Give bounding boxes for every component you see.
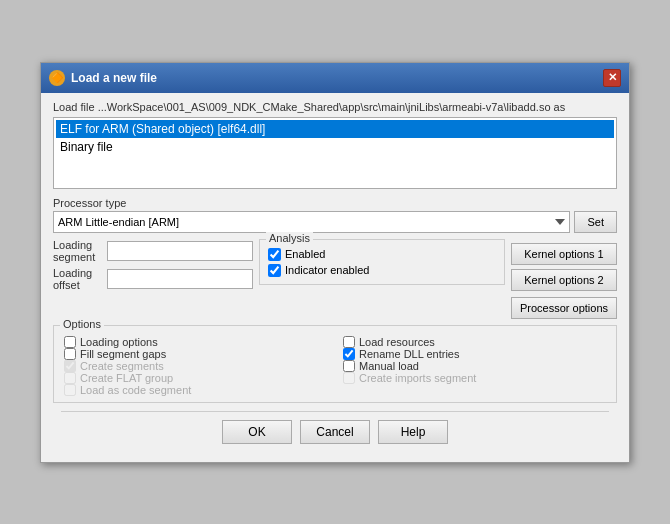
cancel-button[interactable]: Cancel bbox=[300, 420, 370, 444]
analysis-enabled-row: Enabled bbox=[268, 248, 496, 261]
option-rename-dll-checkbox[interactable] bbox=[343, 348, 355, 360]
analysis-enabled-checkbox[interactable] bbox=[268, 248, 281, 261]
analysis-legend: Analysis bbox=[266, 232, 313, 244]
option-load-resources-checkbox[interactable] bbox=[343, 336, 355, 348]
option-loading-options-checkbox[interactable] bbox=[64, 336, 76, 348]
set-button[interactable]: Set bbox=[574, 211, 617, 233]
option-create-segments-label: Create segments bbox=[80, 360, 164, 372]
options-grid: Loading options Fill segment gaps Create… bbox=[64, 336, 606, 396]
loading-section: Loading segment 0x0000000000000000 Loadi… bbox=[53, 239, 253, 295]
loading-segment-input[interactable]: 0x0000000000000000 bbox=[107, 241, 253, 261]
options-legend: Options bbox=[60, 318, 104, 330]
dialog-footer: OK Cancel Help bbox=[61, 411, 609, 454]
option-loading-options: Loading options bbox=[64, 336, 327, 348]
option-manual-load: Manual load bbox=[343, 360, 606, 372]
loading-offset-row: Loading offset 0x0000000000000000 bbox=[53, 267, 253, 291]
option-create-flat-label: Create FLAT group bbox=[80, 372, 173, 384]
options-col2: Load resources Rename DLL entries Manual… bbox=[343, 336, 606, 396]
option-load-resources: Load resources bbox=[343, 336, 606, 348]
option-manual-load-checkbox[interactable] bbox=[343, 360, 355, 372]
option-create-imports-checkbox[interactable] bbox=[343, 372, 355, 384]
option-create-imports-label: Create imports segment bbox=[359, 372, 476, 384]
loading-offset-label: Loading offset bbox=[53, 267, 107, 291]
kernel-buttons: Kernel options 1 Kernel options 2 Proces… bbox=[511, 239, 617, 319]
processor-select[interactable]: ARM Little-endian [ARM] bbox=[53, 211, 570, 233]
close-button[interactable]: ✕ bbox=[603, 69, 621, 87]
option-create-flat-checkbox[interactable] bbox=[64, 372, 76, 384]
option-fill-segment: Fill segment gaps bbox=[64, 348, 327, 360]
option-fill-segment-label: Fill segment gaps bbox=[80, 348, 166, 360]
kernel-options-2-button[interactable]: Kernel options 2 bbox=[511, 269, 617, 291]
title-bar: 🔶 Load a new file ✕ bbox=[41, 63, 629, 93]
ok-button[interactable]: OK bbox=[222, 420, 292, 444]
option-fill-segment-checkbox[interactable] bbox=[64, 348, 76, 360]
file-list-item-elf[interactable]: ELF for ARM (Shared object) [elf64.dll] bbox=[56, 120, 614, 138]
option-create-imports: Create imports segment bbox=[343, 372, 606, 384]
analysis-section: Analysis Enabled Indicator enabled bbox=[259, 239, 505, 285]
option-manual-load-label: Manual load bbox=[359, 360, 419, 372]
load-file-dialog: 🔶 Load a new file ✕ Load file ...WorkSpa… bbox=[40, 62, 630, 463]
dialog-icon: 🔶 bbox=[49, 70, 65, 86]
processor-options-button[interactable]: Processor options bbox=[511, 297, 617, 319]
option-load-resources-label: Load resources bbox=[359, 336, 435, 348]
analysis-enabled-label: Enabled bbox=[285, 248, 325, 260]
file-list[interactable]: ELF for ARM (Shared object) [elf64.dll] … bbox=[53, 117, 617, 189]
kernel-options-1-button[interactable]: Kernel options 1 bbox=[511, 243, 617, 265]
option-create-segments: Create segments bbox=[64, 360, 327, 372]
option-load-as-code-label: Load as code segment bbox=[80, 384, 191, 396]
option-loading-options-label: Loading options bbox=[80, 336, 158, 348]
option-load-as-code: Load as code segment bbox=[64, 384, 327, 396]
file-list-item-binary[interactable]: Binary file bbox=[56, 138, 614, 156]
file-path-label: Load file ...WorkSpace\001_AS\009_NDK_CM… bbox=[53, 101, 617, 113]
option-create-segments-checkbox[interactable] bbox=[64, 360, 76, 372]
options-box: Options Loading options Fill segment gap… bbox=[53, 325, 617, 403]
loading-segment-row: Loading segment 0x0000000000000000 bbox=[53, 239, 253, 263]
title-bar-left: 🔶 Load a new file bbox=[49, 70, 157, 86]
option-rename-dll: Rename DLL entries bbox=[343, 348, 606, 360]
analysis-indicator-label: Indicator enabled bbox=[285, 264, 369, 276]
analysis-kernel-row: Loading segment 0x0000000000000000 Loadi… bbox=[53, 239, 617, 319]
loading-segment-label: Loading segment bbox=[53, 239, 107, 263]
processor-label: Processor type bbox=[53, 197, 617, 209]
options-col1: Loading options Fill segment gaps Create… bbox=[64, 336, 327, 396]
dialog-body: Load file ...WorkSpace\001_AS\009_NDK_CM… bbox=[41, 93, 629, 462]
processor-section: Processor type ARM Little-endian [ARM] S… bbox=[53, 197, 617, 233]
help-button[interactable]: Help bbox=[378, 420, 448, 444]
loading-offset-input[interactable]: 0x0000000000000000 bbox=[107, 269, 253, 289]
option-rename-dll-label: Rename DLL entries bbox=[359, 348, 459, 360]
dialog-title: Load a new file bbox=[71, 71, 157, 85]
option-load-as-code-checkbox[interactable] bbox=[64, 384, 76, 396]
option-create-flat: Create FLAT group bbox=[64, 372, 327, 384]
processor-row: ARM Little-endian [ARM] Set bbox=[53, 211, 617, 233]
analysis-checkboxes: Enabled Indicator enabled bbox=[268, 248, 496, 277]
analysis-indicator-checkbox[interactable] bbox=[268, 264, 281, 277]
analysis-indicator-row: Indicator enabled bbox=[268, 264, 496, 277]
